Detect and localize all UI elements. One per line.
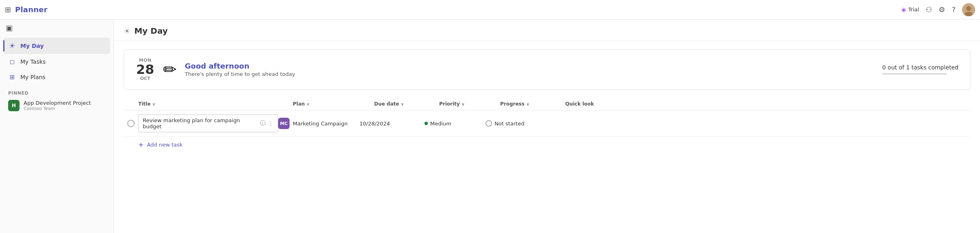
th-priority[interactable]: Priority ∨: [439, 101, 500, 107]
pinned-item-team: Contoso Team: [24, 106, 91, 111]
th-quick-look-label: Quick look: [565, 101, 594, 107]
th-quick-look: Quick look: [565, 101, 970, 107]
grid-icon[interactable]: ⊞: [5, 5, 11, 14]
svg-point-1: [966, 6, 971, 11]
task-table: Title ∨ Plan ∨ Due date ∨ Priority ∨ Pro…: [114, 98, 980, 161]
avatar[interactable]: [962, 3, 975, 16]
tasks-completed: 0 out of 1 tasks completed: [882, 64, 958, 75]
people-icon[interactable]: ⚇: [926, 5, 932, 14]
sidebar-item-my-tasks[interactable]: ◻ My Tasks: [3, 54, 110, 69]
th-priority-chevron: ∨: [462, 102, 465, 106]
th-title[interactable]: Title ∨: [138, 101, 293, 107]
add-icon: +: [138, 141, 144, 149]
tasks-progress-bar: [882, 73, 947, 75]
th-priority-label: Priority: [439, 101, 460, 107]
tasks-completed-text: 0 out of 1 tasks completed: [882, 64, 958, 71]
pinned-item-info: App Development Project Contoso Team: [24, 100, 91, 111]
plan-badge: MC: [278, 118, 290, 129]
sidebar-item-my-plans[interactable]: ⊞ My Plans: [3, 69, 110, 85]
sidebar-item-my-plans-label: My Plans: [20, 74, 46, 80]
task-more-icon[interactable]: ⋮: [268, 120, 274, 127]
topbar: ⊞ Planner ◈ Trial ⚇ ⚙ ?: [0, 0, 980, 19]
task-priority-col: Medium: [425, 121, 486, 127]
th-progress-chevron: ∨: [526, 102, 529, 106]
pencil-icon: ✏️: [163, 60, 177, 79]
sidebar: ▣ ☀ My Day ◻ My Tasks ⊞ My Plans Pinned …: [0, 0, 114, 233]
main-content: ☀ My Day MON 28 Oct ✏️ Good afternoon Th…: [114, 0, 980, 233]
date-month: Oct: [140, 76, 150, 81]
th-plan[interactable]: Plan ∨: [293, 101, 374, 107]
app-title: Planner: [15, 5, 48, 14]
task-checkbox-col: [124, 120, 138, 127]
sidebar-collapse-icon: ▣: [6, 24, 13, 32]
topbar-right: ◈ Trial ⚇ ⚙ ?: [901, 3, 975, 16]
task-title-text: Review marketing plan for campaign budge…: [143, 117, 257, 129]
priority-label: Medium: [430, 121, 451, 127]
th-due-date[interactable]: Due date ∨: [374, 101, 439, 107]
page-title: My Day: [134, 26, 168, 36]
page-header-icon: ☀: [124, 27, 130, 35]
th-plan-label: Plan: [293, 101, 305, 107]
welcome-greeting: Good afternoon: [185, 62, 874, 70]
th-progress[interactable]: Progress ∨: [500, 101, 565, 107]
task-checkbox[interactable]: [127, 120, 135, 127]
th-due-label: Due date: [374, 101, 399, 107]
th-progress-label: Progress: [500, 101, 525, 107]
welcome-card: MON 28 Oct ✏️ Good afternoon There's ple…: [124, 49, 970, 90]
sidebar-item-my-tasks-label: My Tasks: [20, 58, 46, 65]
my-day-icon: ☀: [8, 42, 16, 50]
table-row: Review marketing plan for campaign budge…: [124, 110, 970, 137]
th-title-chevron: ∨: [152, 102, 155, 106]
gem-icon: ◈: [901, 6, 906, 13]
my-plans-icon: ⊞: [8, 73, 16, 81]
th-plan-chevron: ∨: [307, 102, 310, 106]
task-progress-col: Not started: [486, 120, 551, 127]
date-block: MON 28 Oct: [135, 58, 155, 81]
task-due-col: 10/28/2024: [359, 121, 425, 127]
priority-dot: [425, 122, 428, 125]
page-header: ☀ My Day: [114, 19, 980, 41]
task-title-box[interactable]: Review marketing plan for campaign budge…: [138, 114, 278, 132]
trial-label: Trial: [908, 6, 919, 13]
task-info-icon[interactable]: ⓘ: [260, 120, 266, 127]
table-header: Title ∨ Plan ∨ Due date ∨ Priority ∨ Pro…: [124, 98, 970, 110]
pinned-item-app-dev[interactable]: H App Development Project Contoso Team: [8, 96, 105, 115]
add-task-row[interactable]: + Add new task: [124, 137, 970, 153]
help-icon[interactable]: ?: [952, 5, 956, 14]
add-task-label: Add new task: [147, 142, 183, 148]
pinned-section: Pinned H App Development Project Contoso…: [0, 86, 113, 117]
welcome-text: Good afternoon There's plenty of time to…: [185, 62, 874, 77]
progress-label: Not started: [494, 121, 524, 127]
trial-badge[interactable]: ◈ Trial: [901, 6, 919, 13]
topbar-left: ⊞ Planner: [5, 5, 48, 14]
sidebar-item-my-day[interactable]: ☀ My Day: [3, 38, 110, 54]
th-title-label: Title: [138, 101, 150, 107]
th-due-chevron: ∨: [401, 102, 404, 106]
task-due-date: 10/28/2024: [359, 121, 390, 127]
my-tasks-icon: ◻: [8, 58, 16, 65]
pinned-item-name: App Development Project: [24, 100, 91, 106]
task-plan-col: MC Marketing Campaign: [278, 118, 359, 129]
sidebar-nav: ☀ My Day ◻ My Tasks ⊞ My Plans: [0, 36, 113, 86]
sidebar-item-my-day-label: My Day: [20, 43, 44, 49]
settings-icon[interactable]: ⚙: [939, 5, 945, 14]
progress-circle: [486, 120, 492, 127]
plan-name: Marketing Campaign: [293, 121, 348, 127]
pinned-label: Pinned: [8, 91, 105, 96]
task-title-col: Review marketing plan for campaign budge…: [138, 114, 278, 132]
pinned-item-avatar: H: [8, 100, 20, 111]
welcome-subtext: There's plenty of time to get ahead toda…: [185, 71, 874, 77]
date-day-num: 28: [136, 63, 155, 76]
sidebar-collapse[interactable]: ▣: [0, 19, 113, 36]
